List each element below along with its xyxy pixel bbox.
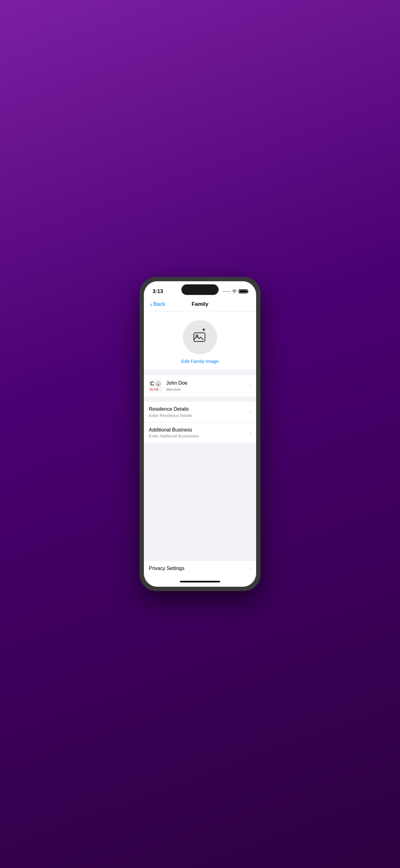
privacy-title: Privacy Settings: [149, 565, 247, 572]
edit-image-label[interactable]: Edit Family Image: [181, 359, 219, 364]
residence-content: Residence Details Enter Residence Detail…: [149, 406, 247, 418]
list-item-member[interactable]: C ELITE ★ John Doe Member ›: [144, 375, 256, 397]
large-spacer: [144, 443, 256, 561]
business-content: Additional Business Enter Additional Bus…: [149, 427, 247, 439]
upload-photo-icon: [192, 329, 208, 346]
list-item-business[interactable]: Additional Business Enter Additional Bus…: [144, 423, 256, 443]
back-label: Back: [154, 301, 165, 307]
list-section-details: Residence Details Enter Residence Detail…: [144, 402, 256, 443]
member-name: John Doe: [166, 380, 247, 386]
wifi-icon: [232, 289, 237, 294]
bottom-bar: [144, 576, 256, 587]
privacy-content: Privacy Settings: [149, 565, 247, 572]
status-time: 3:13: [153, 288, 163, 294]
image-section: Edit Family Image: [144, 311, 256, 370]
business-title: Additional Business: [149, 427, 247, 433]
residence-title: Residence Details: [149, 406, 247, 412]
residence-chevron-icon: ›: [249, 408, 251, 415]
avatar-upload-button[interactable]: [183, 320, 217, 354]
residence-subtitle: Enter Residence Details: [149, 413, 247, 418]
business-chevron-icon: ›: [249, 429, 251, 436]
phone-inner: 3:13 ‹ Back Famil: [144, 281, 256, 587]
svg-text:ELITE: ELITE: [150, 388, 159, 391]
avatar: C ELITE ★: [149, 379, 162, 393]
business-subtitle: Enter Additional Businesses: [149, 434, 247, 438]
nav-bar: ‹ Back Family: [144, 298, 256, 311]
back-chevron-icon: ‹: [150, 301, 152, 307]
member-chevron-icon: ›: [249, 382, 251, 389]
svg-rect-0: [194, 333, 205, 341]
phone-outer: 3:13 ‹ Back Famil: [139, 277, 261, 591]
status-icons: [223, 289, 247, 294]
home-indicator: [180, 581, 220, 582]
dynamic-island: [181, 284, 219, 295]
svg-text:★: ★: [157, 383, 159, 386]
member-role: Member: [166, 387, 247, 392]
back-button[interactable]: ‹ Back: [150, 301, 165, 307]
page-title: Family: [192, 301, 208, 307]
list-section-privacy: Privacy Settings ›: [144, 561, 256, 576]
list-section-member: C ELITE ★ John Doe Member ›: [144, 375, 256, 397]
battery-icon: [239, 289, 247, 293]
privacy-chevron-icon: ›: [249, 565, 251, 572]
list-item-privacy[interactable]: Privacy Settings ›: [144, 561, 256, 576]
content-area: Edit Family Image C ELITE: [144, 311, 256, 577]
svg-text:C: C: [150, 381, 154, 387]
list-item-residence[interactable]: Residence Details Enter Residence Detail…: [144, 402, 256, 423]
signal-dots-icon: [223, 291, 230, 292]
member-content: John Doe Member: [166, 380, 247, 392]
